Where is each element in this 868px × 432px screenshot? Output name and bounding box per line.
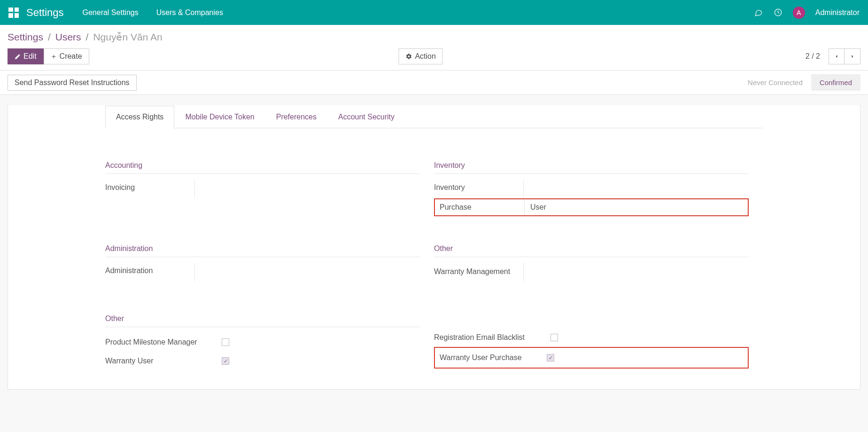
status-bar: Send Password Reset Instructions Never C…	[0, 71, 868, 95]
section-other-bottom: Other	[105, 314, 420, 327]
menu-general-settings[interactable]: General Settings	[83, 8, 139, 17]
tabs: Access Rights Mobile Device Token Prefer…	[105, 105, 763, 128]
pager-next[interactable]	[845, 48, 860, 64]
edit-button[interactable]: Edit	[8, 48, 44, 64]
tab-mobile-device-token[interactable]: Mobile Device Token	[174, 106, 265, 128]
breadcrumb-root[interactable]: Settings	[8, 31, 43, 43]
checkbox-product-milestone-manager[interactable]	[222, 338, 229, 346]
app-title: Settings	[26, 7, 64, 19]
form-sheet: Access Rights Mobile Device Token Prefer…	[8, 105, 860, 390]
field-inventory-value[interactable]	[523, 180, 749, 198]
chevron-right-icon	[850, 53, 855, 60]
menu-users-companies[interactable]: Users & Companies	[156, 8, 223, 17]
highlight-purchase: Purchase User	[434, 198, 749, 216]
avatar[interactable]: A	[793, 7, 805, 19]
action-button[interactable]: Action	[398, 48, 442, 64]
gear-icon	[405, 53, 412, 60]
field-administration-value[interactable]	[194, 263, 420, 282]
checkbox-registration-email-blacklist[interactable]	[550, 334, 558, 341]
section-administration: Administration	[105, 244, 420, 257]
send-password-reset-button[interactable]: Send Password Reset Instructions	[8, 75, 137, 91]
field-warranty-management: Warranty Management	[434, 263, 749, 282]
tab-preferences[interactable]: Preferences	[265, 106, 327, 128]
field-warranty-user: Warranty User	[105, 352, 420, 370]
pencil-icon	[15, 54, 21, 60]
field-purchase-label: Purchase	[435, 199, 524, 215]
top-menu: General Settings Users & Companies	[83, 8, 223, 17]
status-confirmed: Confirmed	[811, 74, 860, 91]
chevron-left-icon	[834, 53, 839, 60]
breadcrumb-section[interactable]: Users	[55, 31, 81, 43]
breadcrumb-current: Nguyễn Văn An	[93, 31, 162, 43]
breadcrumb-bar: Settings / Users / Nguyễn Văn An	[0, 25, 868, 43]
apps-icon[interactable]	[8, 8, 19, 18]
field-inventory: Inventory	[434, 180, 749, 198]
pager-prev[interactable]	[829, 48, 845, 64]
username[interactable]: Administrator	[815, 8, 860, 17]
section-inventory: Inventory	[434, 161, 749, 174]
field-invoicing-value[interactable]	[194, 180, 420, 198]
highlight-warranty-user-purchase: Warranty User Purchase	[434, 347, 749, 369]
pager: 2 / 2	[806, 48, 860, 64]
messages-icon[interactable]	[754, 8, 763, 17]
section-other-right: Other	[434, 244, 749, 257]
field-registration-email-blacklist: Registration Email Blacklist	[434, 328, 749, 347]
field-administration: Administration	[105, 263, 420, 282]
field-invoicing: Invoicing	[105, 180, 420, 198]
breadcrumb: Settings / Users / Nguyễn Văn An	[8, 31, 860, 43]
action-bar: Edit Create Action 2 / 2	[0, 43, 868, 71]
tab-access-rights[interactable]: Access Rights	[105, 106, 174, 128]
create-button[interactable]: Create	[44, 48, 89, 64]
tab-account-security[interactable]: Account Security	[327, 106, 405, 128]
field-purchase-value[interactable]: User	[524, 199, 748, 215]
field-warranty-management-value[interactable]	[523, 263, 749, 282]
status-never-connected: Never Connected	[739, 74, 811, 91]
pager-text: 2 / 2	[806, 52, 820, 61]
checkbox-warranty-user-purchase[interactable]	[547, 354, 554, 361]
topbar-right: A Administrator	[754, 7, 860, 19]
checkbox-warranty-user[interactable]	[222, 357, 229, 365]
topbar: Settings General Settings Users & Compan…	[0, 0, 868, 25]
section-accounting: Accounting	[105, 161, 420, 174]
plus-icon	[51, 54, 57, 60]
clock-icon[interactable]	[774, 8, 783, 17]
field-product-milestone-manager: Product Milestone Manager	[105, 333, 420, 352]
